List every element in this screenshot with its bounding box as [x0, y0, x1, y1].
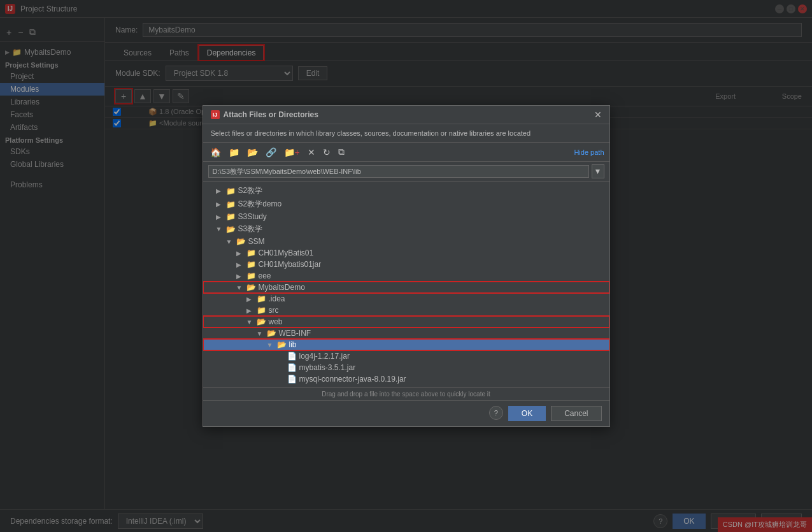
- tree-item-src[interactable]: ▶ 📁 src: [203, 305, 609, 316]
- tree-item-ssm[interactable]: ▼ 📂 SSM: [203, 236, 609, 247]
- file-icon: 📄: [287, 375, 297, 384]
- home-icon[interactable]: 🏠: [208, 146, 223, 159]
- tree-label: S3教学: [238, 224, 263, 234]
- tree-label: web: [269, 317, 283, 326]
- file-icon: 📄: [287, 363, 297, 372]
- dialog-path-row: ▼: [203, 162, 609, 182]
- folder-open-icon: 📂: [246, 283, 256, 292]
- tree-item-s3study[interactable]: ▶ 📁 S3Study: [203, 211, 609, 222]
- delete-icon[interactable]: ✕: [306, 146, 317, 159]
- spacer: [277, 353, 285, 360]
- spacer: [277, 364, 285, 371]
- tree-label: WEB-INF: [279, 329, 311, 338]
- folder-open-icon: 📂: [257, 317, 266, 326]
- folder-open-icon: 📂: [267, 329, 276, 338]
- dialog-title: IJ Attach Files or Directories: [211, 110, 318, 119]
- tree-item-idea[interactable]: ▶ 📁 .idea: [203, 293, 609, 305]
- chevron-right-icon: ▶: [246, 296, 254, 303]
- tree-label: src: [269, 306, 279, 315]
- new-folder-icon[interactable]: 📂: [245, 146, 260, 159]
- chevron-right-icon: ▶: [236, 250, 244, 257]
- chevron-right-icon: ▶: [216, 213, 224, 220]
- chevron-right-icon: ▶: [236, 261, 244, 268]
- tree-item-lib[interactable]: ▼ 📂 lib: [203, 339, 609, 350]
- path-dropdown-button[interactable]: ▼: [592, 164, 604, 178]
- attach-files-dialog: IJ Attach Files or Directories ✕ Select …: [203, 105, 610, 427]
- chevron-right-icon: ▶: [246, 307, 254, 314]
- tree-label: mysql-connector-java-8.0.19.jar: [299, 375, 406, 384]
- tree-label: .idea: [269, 294, 285, 303]
- tree-item-s2jx[interactable]: ▶ 📁 S2教学: [203, 184, 609, 198]
- dialog-close-button[interactable]: ✕: [594, 110, 602, 120]
- path-input[interactable]: [208, 165, 589, 178]
- tree-label: eee: [259, 271, 271, 280]
- tree-item-log4j[interactable]: 📄 log4j-1.2.17.jar: [203, 350, 609, 362]
- dialog-logo: IJ: [211, 110, 220, 119]
- tree-label: SSM: [248, 237, 265, 246]
- tree-item-eee[interactable]: ▶ 📁 eee: [203, 270, 609, 282]
- tree-label: S2教学: [238, 185, 263, 196]
- folder-icon: 📁: [226, 200, 236, 209]
- tree-item-ch01[interactable]: ▶ 📁 CH01MyBatis01: [203, 247, 609, 259]
- dialog-ok-button[interactable]: OK: [508, 406, 546, 421]
- dialog-subtitle: Select files or directories in which lib…: [203, 124, 609, 143]
- dialog-tree[interactable]: ▶ 📁 S2教学 ▶ 📁 S2教学demo ▶ 📁 S3Study ▼ 📂 S3…: [203, 182, 609, 387]
- folder-icon: 📁: [257, 306, 266, 315]
- tree-label: S2教学demo: [238, 199, 282, 210]
- tree-label: log4j-1.2.17.jar: [299, 352, 350, 361]
- tree-label: lib: [289, 340, 297, 349]
- dialog-hint: Drag and drop a file into the space abov…: [203, 387, 609, 400]
- chevron-down-icon: ▼: [216, 226, 224, 233]
- chevron-right-icon: ▶: [216, 201, 224, 208]
- folder-open-icon: 📂: [277, 340, 287, 349]
- dialog-help-button[interactable]: ?: [489, 406, 503, 420]
- tree-label: mybatis-3.5.1.jar: [299, 363, 356, 372]
- folder-icon[interactable]: 📁: [227, 146, 241, 159]
- spacer: [277, 376, 285, 383]
- dialog-overlay: IJ Attach Files or Directories ✕ Select …: [0, 0, 812, 532]
- tree-item-s3jx[interactable]: ▼ 📂 S3教学: [203, 222, 609, 236]
- tree-label: MybaitsDemo: [259, 283, 305, 292]
- chevron-down-icon: ▼: [236, 284, 244, 291]
- tree-item-webinf[interactable]: ▼ 📂 WEB-INF: [203, 327, 609, 339]
- folder-link-icon[interactable]: 🔗: [264, 146, 278, 159]
- dialog-cancel-button[interactable]: Cancel: [551, 406, 601, 421]
- tree-item-web[interactable]: ▼ 📂 web: [203, 316, 609, 327]
- tree-label: CH01Mybatis01jar: [259, 260, 322, 269]
- file-icon: 📄: [287, 352, 297, 361]
- tree-item-mybatis[interactable]: 📄 mybatis-3.5.1.jar: [203, 362, 609, 373]
- tree-label: CH01MyBatis01: [259, 248, 314, 257]
- folder-icon: 📁: [226, 212, 236, 221]
- copy-path-icon[interactable]: ⧉: [336, 145, 346, 159]
- tree-item-mysql[interactable]: 📄 mysql-connector-java-8.0.19.jar: [203, 373, 609, 385]
- hide-path-link[interactable]: Hide path: [574, 148, 604, 156]
- tree-item-ch01jar[interactable]: ▶ 📁 CH01Mybatis01jar: [203, 259, 609, 270]
- tree-item-mybaitsdemo[interactable]: ▼ 📂 MybaitsDemo: [203, 282, 609, 293]
- chevron-down-icon: ▼: [267, 341, 274, 349]
- refresh-icon[interactable]: ↻: [321, 146, 332, 159]
- folder-open-icon: 📂: [226, 225, 236, 234]
- chevron-right-icon: ▶: [236, 273, 244, 280]
- folder-icon: 📁: [246, 271, 256, 280]
- folder-add-icon[interactable]: 📁+: [282, 146, 302, 159]
- chevron-down-icon: ▼: [226, 238, 234, 245]
- chevron-down-icon: ▼: [246, 319, 254, 326]
- folder-icon: 📁: [246, 260, 256, 269]
- folder-icon: 📁: [257, 294, 266, 303]
- folder-icon: 📁: [246, 248, 256, 257]
- dialog-buttons: ? OK Cancel: [203, 400, 609, 426]
- tree-item-s2jxdemo[interactable]: ▶ 📁 S2教学demo: [203, 198, 609, 211]
- chevron-down-icon: ▼: [257, 330, 264, 337]
- tree-label: S3Study: [238, 212, 267, 221]
- dialog-toolbar: 🏠 📁 📂 🔗 📁+ ✕ ↻ ⧉ Hide path: [203, 143, 609, 162]
- folder-open-icon: 📂: [236, 237, 246, 246]
- dialog-title-bar: IJ Attach Files or Directories ✕: [203, 106, 609, 124]
- folder-icon: 📁: [226, 187, 236, 196]
- chevron-right-icon: ▶: [216, 187, 224, 194]
